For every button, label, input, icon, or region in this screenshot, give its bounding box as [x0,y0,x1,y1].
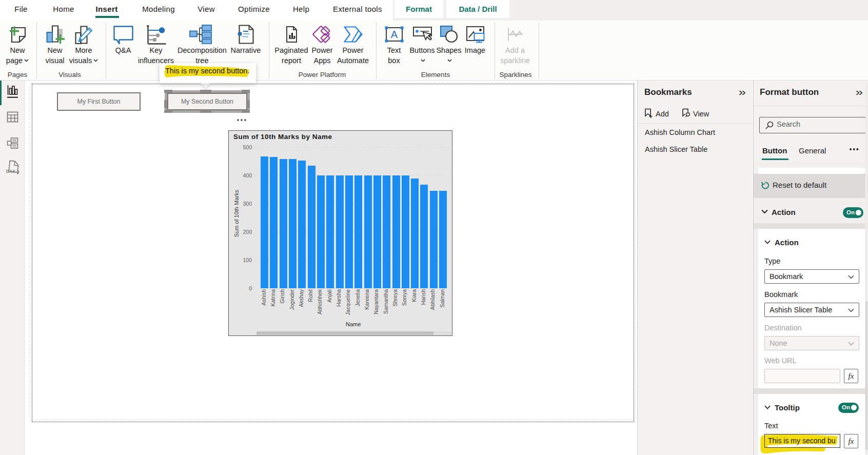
svg-text:DAX: DAX [6,169,15,174]
